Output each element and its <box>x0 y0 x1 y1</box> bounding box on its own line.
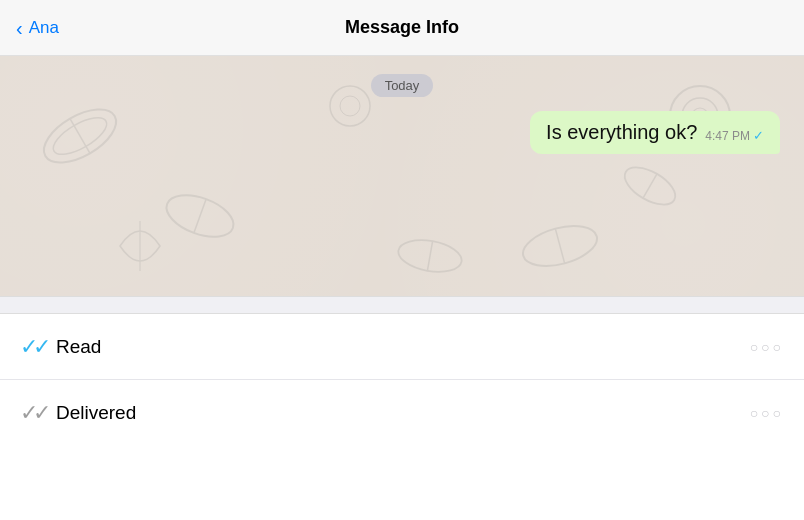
double-tick-gray-icon: ✓✓ <box>20 402 46 424</box>
svg-line-15 <box>427 241 432 271</box>
read-label: Read <box>56 336 750 358</box>
message-bubble: Is everything ok? 4:47 PM ✓ <box>530 111 780 154</box>
read-row[interactable]: ✓✓ Read ○○○ <box>0 314 804 380</box>
page-title: Message Info <box>345 17 459 38</box>
svg-point-13 <box>340 96 360 116</box>
chevron-left-icon: ‹ <box>16 18 23 38</box>
delivered-row[interactable]: ✓✓ Delivered ○○○ <box>0 380 804 446</box>
date-badge: Today <box>371 74 434 97</box>
svg-line-2 <box>70 119 90 154</box>
message-text: Is everything ok? <box>546 121 697 144</box>
message-time: 4:47 PM <box>705 129 750 143</box>
message-meta: 4:47 PM ✓ <box>705 128 764 143</box>
chat-area: Today Is everything ok? 4:47 PM ✓ <box>0 56 804 296</box>
info-list: ✓✓ Read ○○○ ✓✓ Delivered ○○○ <box>0 314 804 446</box>
section-divider <box>0 296 804 314</box>
delivered-icon: ✓✓ <box>20 402 56 424</box>
delivered-options-icon[interactable]: ○○○ <box>750 405 784 421</box>
svg-line-11 <box>643 174 657 198</box>
svg-line-9 <box>555 229 564 264</box>
read-icon: ✓✓ <box>20 336 56 358</box>
delivered-label: Delivered <box>56 402 750 424</box>
read-options-icon[interactable]: ○○○ <box>750 339 784 355</box>
back-button[interactable]: ‹ Ana <box>16 18 59 38</box>
svg-line-4 <box>194 199 206 233</box>
double-tick-blue-icon: ✓✓ <box>20 336 46 358</box>
back-label: Ana <box>29 18 59 38</box>
svg-point-12 <box>330 86 370 126</box>
message-tick: ✓ <box>753 128 764 143</box>
header: ‹ Ana Message Info <box>0 0 804 56</box>
